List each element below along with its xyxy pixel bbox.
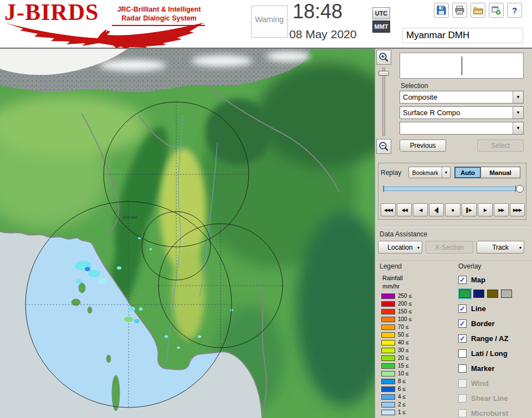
dropdown-arrow-icon[interactable]: ▼ <box>513 107 523 118</box>
help-button[interactable]: ? <box>507 3 522 18</box>
overlay-item-label: Wind <box>471 379 489 388</box>
dropdown-arrow-icon[interactable]: ▼ <box>442 167 450 178</box>
product-list-box[interactable] <box>400 53 524 79</box>
legend-value: 1 ≤ <box>398 409 406 415</box>
zoom-in-icon <box>378 52 389 63</box>
legend-value: 20 ≤ <box>398 355 408 361</box>
help-icon: ? <box>512 6 517 15</box>
overlay-item-label: Border <box>471 319 495 328</box>
overlay-item-range-az[interactable]: ✓Range / AZ <box>458 333 532 344</box>
legend-color-swatch <box>381 324 395 330</box>
clock-time: 18:48 <box>293 0 342 23</box>
replay-slider-track[interactable] <box>383 187 516 191</box>
open-folder-button[interactable] <box>470 3 485 18</box>
utc-button[interactable]: UTC <box>372 7 390 19</box>
playback-step-forward-button[interactable]: ▌▶ <box>462 203 477 216</box>
range-distance-label: 430 km <box>123 215 138 220</box>
overlay-item-label: Line <box>471 305 486 313</box>
overlay-item-border[interactable]: ✓Border <box>458 318 532 329</box>
print-icon <box>455 6 464 15</box>
legend-row: 250 ≤ <box>381 292 457 300</box>
radar-map[interactable]: 430 km <box>0 49 375 418</box>
checkbox[interactable]: ✓ <box>458 305 467 313</box>
legend-value: 4 ≤ <box>398 394 406 400</box>
checkbox[interactable]: ✓ <box>458 334 467 343</box>
playback-play-button[interactable]: ▶ <box>478 203 493 216</box>
checkbox[interactable] <box>458 364 467 373</box>
legend-row: 6 ≤ <box>381 385 457 393</box>
track-button[interactable]: Track ▾ <box>477 241 524 254</box>
legend-color-swatch <box>381 332 395 338</box>
warning-button[interactable]: Warning <box>251 6 288 38</box>
eagle-icon <box>3 21 205 49</box>
playback-play-reverse-button[interactable]: ◀ <box>413 203 428 216</box>
selection-label: Selection <box>401 82 428 90</box>
overlay-item-label: Range / AZ <box>471 334 508 343</box>
legend-color-swatch <box>381 309 395 314</box>
jbirds-logo: J-BIRDS JRC-Brilliant & Intelligent Rada… <box>3 1 206 48</box>
legend-color-swatch <box>381 394 395 400</box>
export-button[interactable] <box>489 3 504 18</box>
playback-controls: ◀◀◀◀◀◀◀▌■▌▶▶▶▶▶▶▶ <box>381 203 525 216</box>
print-button[interactable] <box>452 3 467 18</box>
map-style-swatch[interactable] <box>473 290 484 298</box>
checkbox[interactable] <box>458 349 467 358</box>
save-button[interactable] <box>434 3 449 18</box>
mmt-button[interactable]: MMT <box>372 20 390 33</box>
zoom-slider-handle[interactable] <box>378 71 389 76</box>
previous-button[interactable]: Previous <box>400 140 446 152</box>
legend-value: 30 ≤ <box>398 347 408 353</box>
playback-step-back-button[interactable]: ◀▌ <box>429 203 444 216</box>
legend-value: 8 ≤ <box>398 378 406 384</box>
playback-rewind-button[interactable]: ◀◀ <box>397 203 412 216</box>
legend-unit-line1: Rainfall <box>382 274 457 282</box>
replay-slider-handle[interactable] <box>516 185 524 193</box>
option-dropdown[interactable]: ▼ <box>400 122 524 135</box>
replay-slider[interactable] <box>383 184 524 193</box>
zoom-out-button[interactable] <box>376 139 391 154</box>
playback-forward-to-end-button[interactable]: ▶▶▶ <box>510 203 525 216</box>
legend-header: Legend <box>380 262 457 270</box>
station-name-field[interactable]: Myanmar DMH <box>402 28 523 43</box>
legend-row: 40 ≤ <box>381 339 457 347</box>
bookmark-button[interactable]: Bookmark ▼ <box>408 167 451 178</box>
legend-value: 200 ≤ <box>398 301 412 307</box>
overlay-header: Overlay <box>458 262 532 270</box>
map-style-swatch[interactable] <box>487 290 498 298</box>
product-dropdown[interactable]: Surface R Compo ▼ <box>400 106 524 119</box>
map-style-swatch[interactable] <box>501 290 512 298</box>
auto-button[interactable]: Auto <box>454 167 481 178</box>
zoom-in-button[interactable] <box>376 50 391 65</box>
checkbox[interactable]: ✓ <box>458 319 467 328</box>
zoom-slider[interactable] <box>376 66 391 137</box>
playback-stop-button[interactable]: ■ <box>445 203 460 216</box>
map-style-swatch[interactable] <box>459 290 470 298</box>
overlay-item-marker[interactable]: Marker <box>458 363 532 374</box>
playback-fast-forward-button[interactable]: ▶▶ <box>494 203 509 216</box>
data-assistance-buttons: Location ▾ X-Section Track ▾ <box>378 241 526 254</box>
legend-color-swatch <box>381 371 395 376</box>
overlay-column: Overlay ✓Map✓Line✓Border✓Range / AZLati … <box>457 262 532 418</box>
legend-row: 200 ≤ <box>381 300 457 308</box>
location-button[interactable]: Location ▾ <box>378 241 422 254</box>
text-caret <box>462 56 462 75</box>
panel-divider <box>376 226 531 227</box>
legend-column: Legend Rainfall mm/hr 250 ≤200 ≤150 ≤100… <box>375 262 457 418</box>
logo-subtitle-line1: JRC-Brilliant & Intelligent <box>112 5 206 14</box>
checkbox[interactable]: ✓ <box>458 276 467 284</box>
overlay-item-line[interactable]: ✓Line <box>458 303 532 314</box>
zoom-slider-track[interactable] <box>382 68 385 136</box>
legend-color-swatch <box>381 301 395 307</box>
composite-dropdown[interactable]: Composite ▼ <box>400 91 524 104</box>
clock-date: 08 May 2020 <box>289 28 356 41</box>
overlay-item-label: Lati / Long <box>471 349 508 358</box>
overlay-item-lati-long[interactable]: Lati / Long <box>458 348 532 359</box>
main-content: 430 km <box>0 49 532 418</box>
manual-button[interactable]: Manual <box>480 167 520 178</box>
overlay-item-label: Shear Line <box>471 394 508 402</box>
legend-row: 8 ≤ <box>381 378 457 385</box>
dropdown-arrow-icon[interactable]: ▼ <box>513 91 523 103</box>
overlay-item-map[interactable]: ✓Map <box>458 274 532 286</box>
playback-rewind-to-start-button[interactable]: ◀◀◀ <box>381 203 396 216</box>
dropdown-arrow-icon[interactable]: ▼ <box>513 122 523 134</box>
